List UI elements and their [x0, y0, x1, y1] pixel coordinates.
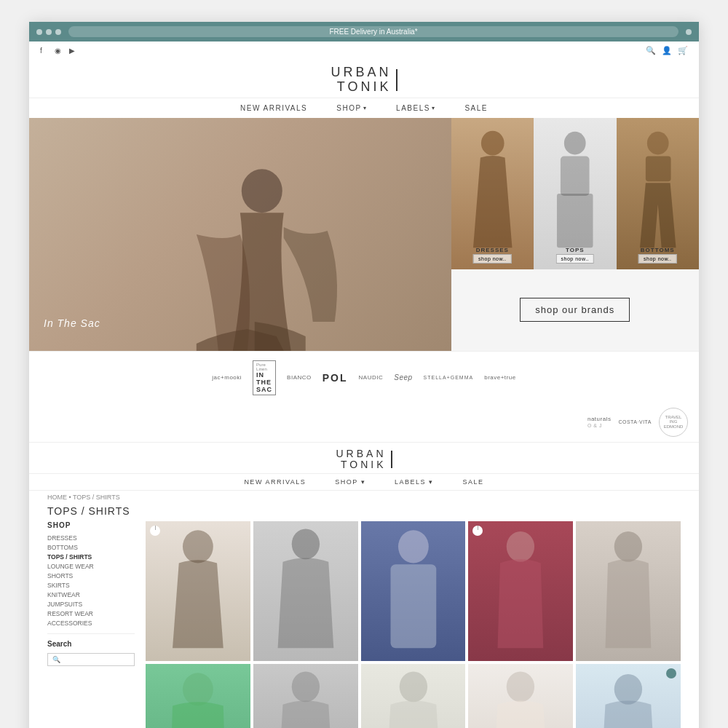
brands-bar: jac+mooki Pure Linen INTHESAC BIANCO POL… [29, 351, 699, 404]
hero-background [29, 118, 451, 351]
brand-naudic[interactable]: NAUDIC [359, 374, 384, 381]
social-bar: f ◉ ▶ 🔍 👤 🛒 [29, 41, 699, 60]
product-item-9[interactable] [468, 664, 573, 728]
logo-divider-2 [391, 451, 392, 468]
brand-travelling-edmondo[interactable]: TRAVELINGEDMOND [659, 408, 688, 437]
shop-brands-button[interactable]: shop our brands [520, 298, 630, 322]
product-item-1[interactable] [146, 521, 250, 661]
product-image-9 [468, 664, 573, 728]
account-icon[interactable]: 👤 [662, 46, 672, 55]
hero-cat-tops[interactable]: TOPS shop now.. [534, 118, 616, 269]
product-item-6[interactable] [146, 664, 250, 728]
brand-bianco[interactable]: BIANCO [287, 374, 312, 381]
svg-point-8 [292, 529, 320, 560]
cart-icon[interactable]: 🛒 [678, 46, 688, 55]
site-logo[interactable]: URBAN TONIK [331, 66, 397, 95]
product-image-4 [468, 521, 573, 661]
sidebar-item-dresses[interactable]: DRESSES [47, 533, 135, 542]
sidebar: SHOP DRESSES BOTTOMS TOPS / SHIRTS LOUNG… [47, 521, 135, 728]
sidebar-item-knitwear[interactable]: KNITWEAR [47, 590, 135, 599]
sidebar-item-accessories[interactable]: ACCESSORIES [47, 618, 135, 628]
logo-divider [396, 69, 397, 91]
browser-window: FREE Delivery in Australia* f ◉ ▶ 🔍 👤 🛒 … [29, 22, 699, 728]
hero-cat-bottoms[interactable]: BOTTOMS shop now.. [617, 118, 699, 269]
nav-new-arrivals[interactable]: NEW ARRIVALS [240, 104, 307, 112]
brand-naturals[interactable]: naturalsO & J [587, 416, 611, 429]
product-item-7[interactable] [253, 664, 358, 728]
instagram-icon[interactable]: ◉ [55, 47, 63, 55]
product-item-4[interactable] [468, 521, 573, 661]
brand-brave-true[interactable]: brave+true [484, 374, 515, 381]
pinterest-icon[interactable]: ▶ [69, 47, 78, 55]
tops-shop-now[interactable]: shop now.. [556, 254, 594, 264]
sidebar-item-shorts[interactable]: SHORTS [47, 571, 135, 580]
nav2-labels[interactable]: LABELS ▾ [395, 478, 434, 486]
product-image-1 [146, 521, 250, 661]
sidebar-shop-title: SHOP [47, 521, 135, 529]
brand-jac-mooki[interactable]: jac+mooki [212, 374, 242, 381]
sidebar-item-resort-wear[interactable]: RESORT WEAR [47, 609, 135, 618]
nav-shop[interactable]: SHOP ▾ [336, 104, 367, 112]
social-icons: f ◉ ▶ [40, 47, 78, 55]
product-item-10[interactable] [576, 664, 681, 728]
brand-in-the-sac[interactable]: Pure Linen INTHESAC [253, 360, 276, 395]
sidebar-item-lounge-wear[interactable]: LOUNGE WEAR [47, 561, 135, 571]
logo2-line1: URBAN [336, 448, 386, 459]
sidebar-item-bottoms[interactable]: BOTTOMS [47, 542, 135, 552]
product-image-3 [361, 521, 466, 661]
facebook-icon[interactable]: f [40, 47, 49, 55]
tag-line-4 [478, 526, 478, 530]
product-grid: S [146, 521, 681, 728]
dresses-shop-now[interactable]: shop now.. [473, 254, 511, 264]
product-item-8[interactable] [361, 664, 466, 728]
svg-point-12 [614, 531, 642, 562]
svg-point-13 [183, 673, 213, 705]
hero-model-svg [29, 118, 451, 351]
bottoms-shop-now[interactable]: shop now.. [638, 254, 676, 264]
sidebar-item-tops-shirts[interactable]: TOPS / SHIRTS [47, 552, 135, 561]
bottoms-label: BOTTOMS [641, 247, 675, 253]
hero-main-image[interactable]: In The Sac [29, 118, 451, 351]
browser-dot-2 [46, 29, 52, 35]
main-nav-2: NEW ARRIVALS SHOP ▾ LABELS ▾ SALE [29, 474, 699, 491]
content-area: SHOP DRESSES BOTTOMS TOPS / SHIRTS LOUNG… [29, 521, 699, 728]
search-icon[interactable]: 🔍 [646, 46, 656, 55]
brand-costa-vita[interactable]: COSTA·VITA [618, 419, 652, 424]
nav-sale[interactable]: SALE [464, 104, 488, 112]
svg-point-17 [614, 674, 642, 705]
svg-point-11 [507, 531, 534, 562]
product-item-2[interactable] [253, 521, 358, 661]
sidebar-item-jumpsuits[interactable]: JUMPSUITS [47, 599, 135, 609]
nav2-sale[interactable]: SALE [463, 478, 484, 486]
sidebar-search-input[interactable] [47, 653, 135, 666]
product-image-8 [361, 664, 466, 728]
site-logo-2[interactable]: URBAN TONIK [336, 448, 392, 471]
product-image-2 [253, 521, 358, 661]
hero-brands-banner: shop our brands [451, 269, 699, 351]
nav2-shop[interactable]: SHOP ▾ [335, 478, 365, 486]
product-item-5[interactable] [576, 521, 681, 661]
nav2-new-arrivals[interactable]: NEW ARRIVALS [244, 478, 306, 486]
store-homepage: f ◉ ▶ 🔍 👤 🛒 URBAN TONIK NEW ARRIVALS [29, 41, 699, 440]
logo-line2: TONIK [337, 80, 392, 95]
header-icons: 🔍 👤 🛒 [646, 46, 688, 55]
brand-stella-gemma[interactable]: STELLA+GEMMA [424, 375, 474, 380]
logo2-line2: TONIK [341, 459, 387, 470]
svg-point-16 [507, 672, 534, 703]
brand-pol[interactable]: POL [323, 372, 348, 384]
sidebar-divider [47, 633, 135, 634]
brand-seep[interactable]: Seep [394, 373, 412, 381]
hero-cat-dresses[interactable]: DRESSES shop now.. [451, 118, 534, 269]
hero-categories: DRESSES shop now.. TOPS shop now.. [451, 118, 699, 269]
logo-line1: URBAN [331, 66, 391, 80]
svg-point-15 [399, 672, 427, 703]
product-item-3[interactable] [361, 521, 466, 661]
sidebar-search-title: Search [47, 640, 135, 648]
browser-close-button[interactable] [686, 29, 692, 35]
hero-right-panel: DRESSES shop now.. TOPS shop now.. [451, 118, 699, 351]
nav-labels[interactable]: LABELS ▾ [396, 104, 435, 112]
svg-point-2 [564, 131, 586, 154]
nav-shop-arrow: ▾ [363, 105, 368, 111]
sidebar-item-skirts[interactable]: SKIRTS [47, 580, 135, 590]
tag-line-1 [155, 526, 156, 530]
